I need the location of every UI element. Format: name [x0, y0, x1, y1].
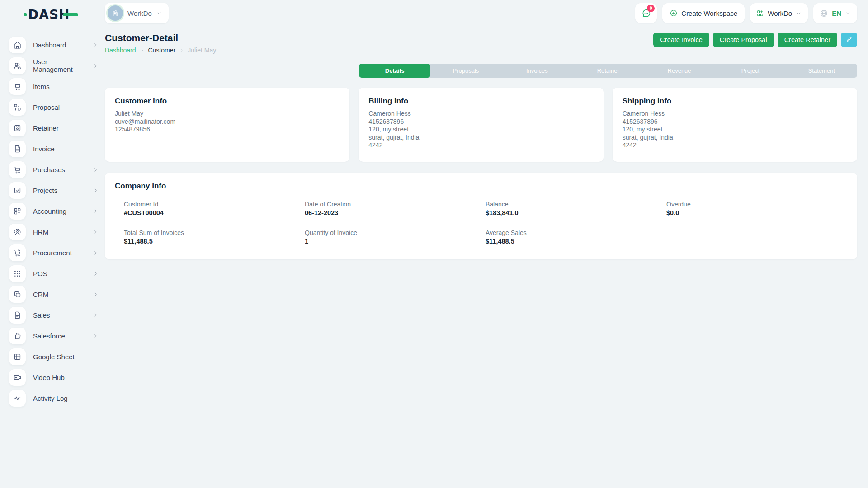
chevron-right-icon: [93, 42, 99, 48]
proposal-icon: [9, 99, 26, 116]
sidebar: DASH Dashboard User Management Items: [0, 0, 105, 488]
sidebar-item-purchases[interactable]: Purchases: [0, 159, 105, 180]
sidebar-item-google-sheet[interactable]: Google Sheet: [0, 346, 105, 367]
workspace-avatar: [108, 5, 123, 21]
create-retainer-button[interactable]: Create Retainer: [778, 33, 837, 47]
sidebar-item-hrm[interactable]: HRM: [0, 221, 105, 242]
field-customer-id: Customer Id #CUST00004: [124, 201, 305, 216]
sidebar-item-pos[interactable]: POS: [0, 263, 105, 284]
breadcrumb: Dashboard Customer Juliet May: [105, 47, 216, 54]
customer-email: cuve@mailinator.com: [115, 118, 340, 126]
billing-name: Cameron Hess: [368, 110, 593, 118]
logo-accent-bar: [63, 13, 78, 16]
detail-tabs: Details Proposals Invoices Retainer Reve…: [359, 64, 857, 78]
card-title: Shipping Info: [623, 97, 847, 106]
field-average-sales: Average Sales $11,488.5: [486, 229, 666, 245]
page-header: Customer-Detail Dashboard Customer Julie…: [105, 33, 857, 54]
breadcrumb-separator-icon: [140, 48, 145, 53]
chevron-right-icon: [93, 291, 99, 297]
sidebar-item-items[interactable]: Items: [0, 76, 105, 97]
chevron-right-icon: [93, 312, 99, 318]
overlap-squares-icon: [9, 286, 26, 303]
create-workspace-button[interactable]: Create Workspace: [662, 3, 745, 23]
page-title: Customer-Detail: [105, 33, 216, 43]
tab-statement[interactable]: Statement: [786, 64, 857, 78]
tab-proposals[interactable]: Proposals: [430, 64, 501, 78]
messages-button[interactable]: 0: [635, 3, 657, 23]
customer-info-card: Customer Info Juliet May cuve@mailinator…: [105, 88, 349, 162]
invoice-file-icon: [9, 141, 26, 157]
messages-count-badge: 0: [647, 5, 655, 12]
billing-phone: 4152637896: [368, 118, 593, 126]
breadcrumb-separator-icon: [179, 48, 184, 53]
main-area: WorkDo 0 Create Workspace WorkDo: [105, 0, 868, 488]
shipping-zip: 4242: [623, 141, 847, 150]
app-logo[interactable]: DASH: [0, 0, 105, 29]
activity-pulse-icon: [9, 390, 26, 407]
chevron-right-icon: [93, 333, 99, 339]
sidebar-nav: Dashboard User Management Items Proposal…: [0, 34, 105, 408]
check-square-icon: [9, 182, 26, 199]
sidebar-item-proposal[interactable]: Proposal: [0, 97, 105, 117]
sidebar-item-dashboard[interactable]: Dashboard: [0, 34, 105, 55]
sidebar-item-video-hub[interactable]: Video Hub: [0, 367, 105, 388]
customer-name: Juliet May: [115, 110, 340, 118]
create-proposal-button[interactable]: Create Proposal: [713, 33, 774, 47]
chevron-right-icon: [93, 63, 99, 69]
billing-street: 120, my street: [368, 126, 593, 134]
workspace-selector[interactable]: WorkDo: [105, 3, 169, 23]
field-total-sum-invoices: Total Sum of Invoices $11,488.5: [124, 229, 305, 245]
sidebar-item-procurement[interactable]: Procurement: [0, 242, 105, 263]
sidebar-item-crm[interactable]: CRM: [0, 284, 105, 305]
grid-plus-icon: [756, 9, 764, 17]
tab-revenue[interactable]: Revenue: [644, 64, 715, 78]
topbar: WorkDo 0 Create Workspace WorkDo: [105, 0, 857, 26]
sidebar-item-activity-log[interactable]: Activity Log: [0, 388, 105, 408]
field-date-of-creation: Date of Creation 06-12-2023: [305, 201, 486, 216]
edit-customer-button[interactable]: [841, 33, 857, 47]
tab-retainer[interactable]: Retainer: [573, 64, 644, 78]
field-balance: Balance $183,841.0: [486, 201, 666, 216]
card-title: Customer Info: [115, 97, 340, 106]
chevron-right-icon: [93, 167, 99, 173]
tab-invoices[interactable]: Invoices: [501, 64, 572, 78]
sidebar-item-invoice[interactable]: Invoice: [0, 138, 105, 159]
save-icon: [9, 120, 26, 136]
billing-zip: 4242: [368, 141, 593, 150]
users-icon: [9, 57, 26, 74]
grid-plus-icon: [9, 203, 26, 220]
table-icon: [9, 348, 26, 365]
create-invoice-button[interactable]: Create Invoice: [653, 33, 709, 47]
video-camera-icon: [9, 369, 26, 386]
company-info-card: Company Info Customer Id #CUST00004 Date…: [105, 173, 857, 259]
breadcrumb-dashboard-link[interactable]: Dashboard: [105, 47, 136, 54]
tab-details[interactable]: Details: [359, 64, 430, 78]
sidebar-item-projects[interactable]: Projects: [0, 180, 105, 201]
shipping-street: 120, my street: [623, 126, 847, 134]
language-code: EN: [832, 9, 841, 17]
sidebar-item-user-management[interactable]: User Management: [0, 55, 105, 76]
app-switcher[interactable]: WorkDo: [750, 3, 808, 23]
workspace-name: WorkDo: [127, 9, 152, 17]
sidebar-item-accounting[interactable]: Accounting: [0, 201, 105, 221]
chevron-down-icon: [156, 10, 162, 16]
sidebar-item-sales[interactable]: Sales: [0, 305, 105, 325]
pencil-icon: [846, 36, 853, 44]
language-selector[interactable]: EN: [813, 3, 857, 23]
breadcrumb-current: Juliet May: [188, 47, 216, 54]
chevron-down-icon: [796, 10, 802, 16]
thumbs-up-icon: [9, 328, 26, 344]
chevron-right-icon: [93, 208, 99, 214]
globe-icon: [820, 9, 828, 18]
shipping-phone: 4152637896: [623, 118, 847, 126]
chevron-down-icon: [845, 10, 851, 16]
sidebar-item-salesforce[interactable]: Salesforce: [0, 325, 105, 346]
dots-grid-icon: [9, 265, 26, 282]
tab-project[interactable]: Project: [715, 64, 786, 78]
field-empty: [666, 229, 847, 245]
sidebar-item-retainer[interactable]: Retainer: [0, 117, 105, 138]
card-title: Billing Info: [368, 97, 593, 106]
app-root: DASH Dashboard User Management Items: [0, 0, 868, 488]
breadcrumb-customer-link[interactable]: Customer: [148, 47, 176, 54]
shipping-name: Cameron Hess: [623, 110, 847, 118]
